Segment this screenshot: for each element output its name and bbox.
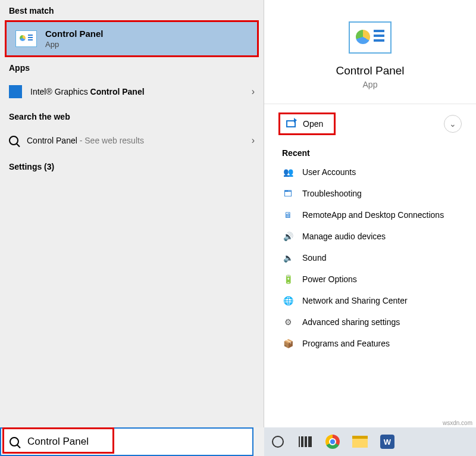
control-panel-icon xyxy=(15,30,37,47)
chevron-down-icon: ⌄ xyxy=(449,119,456,129)
taskbar: W xyxy=(264,427,476,456)
web-row-sub: - See web results xyxy=(77,136,144,145)
recent-item-label: Network and Sharing Center xyxy=(302,296,408,305)
best-match-label: Best match xyxy=(0,0,264,20)
recent-item-icon: 🖥 xyxy=(282,209,294,221)
actions-row: Open ⌄ xyxy=(264,104,476,143)
control-panel-glyph xyxy=(19,33,33,44)
web-result-row[interactable]: Control Panel - See web results › xyxy=(0,126,264,155)
recent-item-icon: 🔈 xyxy=(282,252,294,264)
web-row-title: Control Panel xyxy=(27,136,77,145)
settings-group[interactable]: Settings (3) xyxy=(0,155,264,179)
search-bar[interactable] xyxy=(0,427,253,456)
recent-item[interactable]: 🔊Manage audio devices xyxy=(276,226,464,247)
open-icon xyxy=(286,120,296,127)
recent-item-label: Troubleshooting xyxy=(302,189,362,198)
recent-item[interactable]: 👥User Accounts xyxy=(276,161,464,183)
chrome-button[interactable] xyxy=(324,433,342,451)
word-button[interactable]: W xyxy=(378,433,396,451)
best-match-title: Control Panel xyxy=(45,29,104,39)
control-panel-large-icon xyxy=(349,21,392,54)
apps-row-text: Intel® Graphics Control Panel xyxy=(30,87,145,96)
recent-item[interactable]: ⚙Advanced sharing settings xyxy=(276,311,464,333)
recent-item[interactable]: 🌐Network and Sharing Center xyxy=(276,290,464,311)
best-match-text: Control Panel App xyxy=(45,29,104,49)
recent-item[interactable]: 🗔Troubleshooting xyxy=(276,183,464,204)
recent-item[interactable]: 🔋Power Options xyxy=(276,268,464,290)
recent-item-icon: 👥 xyxy=(282,166,294,178)
detail-sub: App xyxy=(264,80,476,89)
web-row-text: Control Panel - See web results xyxy=(27,136,144,145)
apps-row-prefix: Intel® Graphics xyxy=(30,87,90,96)
best-match-result[interactable]: Control Panel App xyxy=(5,20,259,57)
folder-icon xyxy=(352,436,368,448)
recent-item-label: User Accounts xyxy=(302,167,356,177)
file-explorer-button[interactable] xyxy=(351,433,369,451)
recent-item-icon: 🔋 xyxy=(282,273,294,285)
cortana-button[interactable] xyxy=(269,433,287,451)
recent-item-icon: ⚙ xyxy=(282,316,294,328)
recent-item-label: Advanced sharing settings xyxy=(302,317,400,327)
watermark: wsxdn.com xyxy=(443,420,472,426)
chevron-right-icon[interactable]: › xyxy=(252,86,255,97)
recent-item-label: Sound xyxy=(302,253,326,263)
search-web-label: Search the web xyxy=(0,106,264,126)
detail-title: Control Panel xyxy=(264,64,476,77)
search-input[interactable] xyxy=(27,436,244,448)
recent-item-icon: 📦 xyxy=(282,338,294,349)
recent-item[interactable]: 📦Programs and Features xyxy=(276,333,464,354)
recent-item-label: Manage audio devices xyxy=(302,232,386,241)
task-view-icon xyxy=(299,436,312,447)
recent-item[interactable]: 🖥RemoteApp and Desktop Connections xyxy=(276,204,464,226)
detail-header: Control Panel App xyxy=(264,0,476,104)
recent-label: Recent xyxy=(264,143,476,161)
results-panel: Best match Control Panel App Apps Intel®… xyxy=(0,0,264,427)
recent-item-icon: 🔊 xyxy=(282,230,294,242)
open-action[interactable]: Open xyxy=(278,113,336,135)
best-match-sub: App xyxy=(45,40,104,49)
intel-graphics-icon xyxy=(9,85,22,98)
word-icon: W xyxy=(380,435,394,449)
apps-label: Apps xyxy=(0,57,264,77)
apps-result-intel-graphics[interactable]: Intel® Graphics Control Panel › xyxy=(0,77,264,106)
recent-item-label: Power Options xyxy=(302,274,357,284)
recent-item-label: RemoteApp and Desktop Connections xyxy=(302,210,444,220)
recent-item-icon: 🗔 xyxy=(282,188,294,199)
recent-list: 👥User Accounts🗔Troubleshooting🖥RemoteApp… xyxy=(264,161,476,354)
apps-row-bold: Control Panel xyxy=(90,87,145,96)
recent-item[interactable]: 🔈Sound xyxy=(276,247,464,268)
search-icon xyxy=(10,437,19,446)
chevron-right-icon[interactable]: › xyxy=(252,135,255,146)
task-view-button[interactable] xyxy=(296,433,314,451)
cortana-ring-icon xyxy=(272,436,284,448)
search-icon xyxy=(9,136,18,145)
detail-panel: Control Panel App Open ⌄ Recent 👥User Ac… xyxy=(264,0,476,427)
recent-item-label: Programs and Features xyxy=(302,339,390,348)
recent-item-icon: 🌐 xyxy=(282,295,294,307)
chrome-icon xyxy=(325,435,340,449)
open-label: Open xyxy=(303,119,323,129)
expand-button[interactable]: ⌄ xyxy=(444,115,462,133)
